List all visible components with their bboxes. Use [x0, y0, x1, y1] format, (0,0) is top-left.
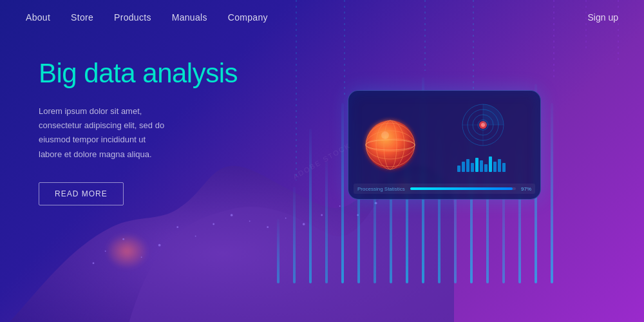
svg-point-12: [267, 226, 269, 228]
phone-frame: Processing Statistics 97%: [348, 90, 541, 200]
nav-links: About Store Products Manuals Company: [26, 12, 268, 23]
watermark-text: ADOBE STOCK: [292, 141, 352, 180]
svg-rect-39: [551, 103, 553, 283]
svg-rect-24: [309, 129, 312, 283]
nav-link-company[interactable]: Company: [228, 12, 268, 23]
svg-point-15: [321, 214, 323, 216]
navigation: About Store Products Manuals Company Sig…: [0, 0, 644, 35]
svg-point-8: [195, 236, 196, 237]
svg-rect-73: [498, 159, 501, 172]
read-more-button[interactable]: READ MORE: [39, 182, 124, 205]
svg-rect-22: [277, 219, 279, 283]
svg-rect-25: [325, 161, 328, 283]
progress-bar-fill: [410, 187, 513, 190]
svg-point-2: [93, 262, 95, 264]
nav-item-company[interactable]: Company: [228, 12, 268, 23]
signup-link[interactable]: Sign up: [588, 12, 618, 23]
svg-rect-66: [466, 159, 469, 172]
nav-item-about[interactable]: About: [26, 12, 50, 23]
svg-point-11: [249, 220, 251, 222]
nav-link-about[interactable]: About: [26, 12, 50, 23]
svg-point-4: [122, 238, 124, 240]
hero-content: Big data analysis Lorem ipsum dolor sit …: [39, 58, 238, 205]
svg-point-48: [366, 120, 415, 169]
phone-mockup: Processing Statistics 97%: [348, 90, 541, 200]
nav-item-store[interactable]: Store: [71, 12, 93, 23]
svg-point-9: [213, 223, 214, 225]
svg-point-10: [231, 214, 233, 216]
svg-point-55: [381, 131, 389, 139]
globe-visualization: [355, 109, 426, 180]
hero-body: Lorem ipsum dolor sit amet,consectetur a…: [39, 104, 238, 161]
nav-link-products[interactable]: Products: [114, 12, 151, 23]
svg-rect-23: [293, 187, 296, 283]
svg-point-13: [285, 218, 287, 219]
phone-right-panel: [432, 97, 534, 193]
svg-point-17: [357, 214, 359, 216]
progress-bar-background: [410, 187, 516, 190]
svg-point-18: [375, 202, 377, 204]
svg-rect-74: [502, 163, 506, 172]
svg-rect-65: [462, 162, 465, 172]
svg-point-16: [339, 205, 341, 207]
svg-rect-72: [493, 162, 497, 172]
svg-rect-67: [471, 163, 474, 172]
nav-link-store[interactable]: Store: [71, 12, 93, 23]
svg-point-14: [303, 223, 305, 225]
svg-point-0: [106, 215, 178, 275]
svg-rect-71: [489, 156, 492, 172]
radar-visualization: [460, 102, 506, 147]
svg-point-5: [141, 256, 142, 258]
svg-rect-69: [480, 160, 483, 172]
svg-point-6: [158, 244, 161, 247]
svg-rect-70: [484, 164, 488, 172]
svg-rect-64: [457, 166, 460, 172]
nav-link-manuals[interactable]: Manuals: [172, 12, 207, 23]
mini-charts: [432, 153, 534, 172]
svg-point-7: [176, 226, 178, 228]
svg-point-3: [105, 251, 106, 252]
hero-title: Big data analysis: [39, 58, 238, 89]
svg-rect-26: [341, 103, 344, 283]
nav-item-products[interactable]: Products: [114, 12, 151, 23]
svg-rect-68: [475, 158, 478, 172]
phone-progress-bar: Processing Statistics 97%: [354, 184, 535, 194]
phone-screen: [348, 91, 540, 199]
nav-item-manuals[interactable]: Manuals: [172, 12, 207, 23]
progress-label: Processing Statistics: [357, 186, 405, 192]
progress-percentage: 97%: [521, 186, 531, 192]
